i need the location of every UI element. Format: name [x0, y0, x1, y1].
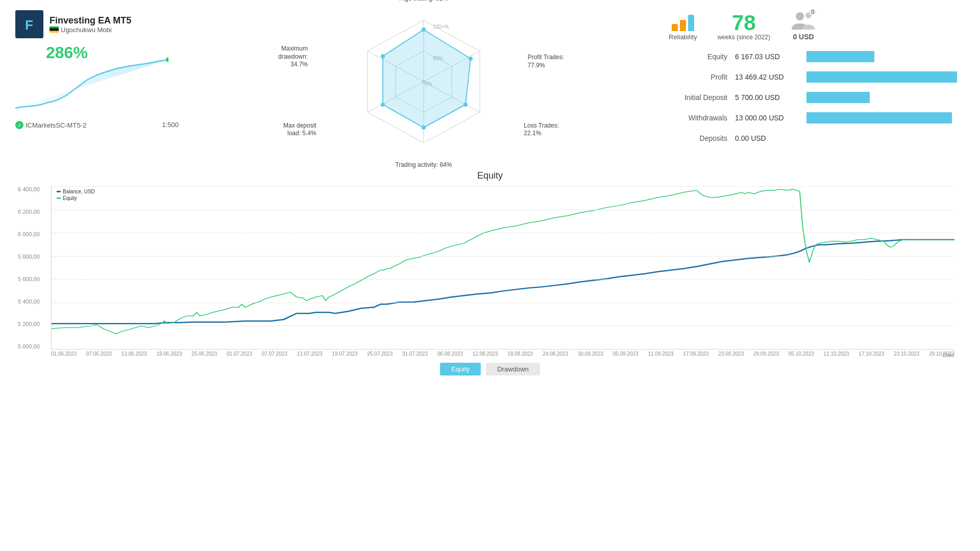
x-label: 12.08.2023	[473, 351, 498, 357]
stat-row: Withdrawals 13 000.00 USD	[669, 112, 965, 123]
x-label: 25.07.2023	[367, 351, 393, 357]
trader-username: Ugochukwu Mobi	[61, 26, 112, 34]
stat-bar-1	[806, 71, 957, 83]
y-label: 5 400,00	[18, 298, 40, 305]
x-label: 07.06.2023	[86, 351, 112, 357]
y-axis: 6 400,006 200,006 000,005 800,005 600,00…	[18, 186, 40, 349]
y-label: 6 400,00	[18, 186, 40, 192]
x-label: 29.09.2023	[753, 351, 779, 357]
chart-wrapper: 6 400,006 200,006 000,005 800,005 600,00…	[51, 186, 954, 349]
stat-value-2: 5 700.00 USD	[735, 93, 806, 102]
radar-max-drawdown: Maximumdrawdown:34.7%	[278, 45, 308, 69]
radar-max-deposit: Max depositload: 5.4%	[283, 122, 316, 138]
stat-label-4: Deposits	[669, 134, 735, 142]
x-axis-labels: 01.06.202307.06.202313.06.202319.06.2023…	[51, 351, 954, 357]
x-label: 19.06.2023	[156, 351, 182, 357]
svg-point-14	[422, 28, 426, 32]
x-label: 11.10.2023	[824, 351, 849, 357]
x-label: 05.09.2023	[613, 351, 639, 357]
chart-area: Balance, USD Equity Date	[51, 186, 954, 349]
radar-loss-trades: Loss Trades:22.1%	[524, 122, 559, 138]
stat-row: Deposits 0.00 USD	[669, 133, 965, 144]
x-label: 05.10.2023	[789, 351, 814, 357]
subscribers-count: 0	[809, 9, 816, 15]
x-label: 06.08.2023	[437, 351, 463, 357]
reliability-label: Reliability	[669, 33, 697, 41]
equity-legend-dot	[57, 197, 61, 199]
x-label: 13.06.2023	[121, 351, 147, 357]
x-label: 17.09.2023	[683, 351, 708, 357]
account-id: ICMarketsSC-MT5-2	[26, 121, 86, 129]
svg-point-2	[166, 57, 168, 62]
verified-icon: ✓	[15, 121, 23, 129]
balance-legend-dot	[57, 191, 61, 192]
svg-point-18	[381, 103, 385, 107]
flag-icon	[50, 27, 59, 33]
stat-bar-container-4	[806, 133, 965, 144]
svg-marker-13	[383, 30, 471, 128]
stat-rows: Equity 6 167.03 USD Profit 13 469.42 USD…	[669, 51, 965, 144]
right-panel: Reliability 78 weeks (since 2022) 0	[669, 10, 965, 153]
stat-value-3: 13 000.00 USD	[735, 114, 806, 122]
date-label: Date	[943, 352, 954, 358]
leverage: 1:500	[162, 121, 179, 129]
x-label: 31.07.2023	[402, 351, 428, 357]
stat-value-4: 0.00 USD	[735, 134, 806, 142]
profile-info: Finvesting EA MT5 Ugochukwu Mobi	[50, 15, 131, 34]
radar-profit-trades: Profit Trades:77.9%	[528, 54, 564, 69]
stat-row: Initial Deposit 5 700.00 USD	[669, 92, 965, 103]
x-label: 24.08.2023	[543, 351, 568, 357]
svg-text:100+%: 100+%	[433, 24, 449, 30]
stat-row: Equity 6 167.03 USD	[669, 51, 965, 62]
trader-subtitle: Ugochukwu Mobi	[50, 26, 131, 34]
metrics-header: Reliability 78 weeks (since 2022) 0	[669, 10, 965, 41]
x-label: 01.06.2023	[51, 351, 77, 357]
svg-point-17	[422, 126, 426, 130]
stat-bar-3	[806, 112, 952, 123]
trader-title: Finvesting EA MT5	[50, 15, 131, 26]
x-label: 19.07.2023	[332, 351, 357, 357]
equity-svg	[52, 186, 954, 349]
stat-label-3: Withdrawals	[669, 114, 735, 122]
stat-bar-container-3	[806, 112, 965, 123]
verified-badge: ✓ ICMarketsSC-MT5-2	[15, 121, 86, 129]
weeks-label: weeks (since 2022)	[718, 34, 770, 41]
chart-title: Equity	[15, 170, 965, 181]
stat-bar-container-1	[806, 71, 965, 83]
subscribers-value: 0 USD	[793, 33, 814, 41]
radar-chart: 100+% 50% 0%	[342, 10, 505, 153]
x-label: 23.10.2023	[894, 351, 919, 357]
bottom-section: Equity 6 400,006 200,006 000,005 800,005…	[0, 170, 980, 375]
stat-bar-container-0	[806, 51, 965, 62]
svg-point-19	[381, 54, 385, 58]
equity-legend-label: Equity	[63, 195, 77, 201]
radar-algo-trading: Algo trading: 91%	[400, 0, 448, 3]
stat-bar-0	[806, 51, 874, 62]
chart-btn-equity[interactable]: Equity	[440, 363, 481, 375]
y-label: 6 200,00	[18, 209, 40, 215]
y-label: 6 000,00	[18, 231, 40, 237]
x-label: 23.09.2023	[718, 351, 744, 357]
y-label: 5 800,00	[18, 254, 40, 260]
stat-value-1: 13 469.42 USD	[735, 73, 806, 81]
mini-chart	[15, 52, 168, 118]
weeks-number: 78	[732, 12, 756, 34]
x-label: 11.09.2023	[648, 351, 674, 357]
x-label: 13.07.2023	[297, 351, 323, 357]
left-panel: F Finvesting EA MT5 Ugochukwu Mobi 286%	[15, 10, 179, 129]
subscribers-box: 0 0 USD	[791, 10, 816, 41]
reliability-icon	[672, 13, 694, 31]
reliability-box: Reliability	[669, 13, 697, 41]
chart-btn-drawdown[interactable]: Drawdown	[486, 363, 540, 375]
balance-legend-label: Balance, USD	[63, 189, 95, 194]
chart-legend: Balance, USD Equity	[57, 189, 95, 202]
x-label: 18.08.2023	[507, 351, 533, 357]
y-label: 5 600,00	[18, 276, 40, 282]
svg-text:F: F	[25, 17, 33, 33]
stat-bar-2	[806, 92, 870, 103]
y-label: 5 200,00	[18, 321, 40, 327]
y-label: 5 000,00	[18, 343, 40, 349]
x-label: 17.10.2023	[859, 351, 884, 357]
x-label: 30.08.2023	[578, 351, 603, 357]
radar-panel: Algo trading: 91%	[189, 10, 658, 155]
